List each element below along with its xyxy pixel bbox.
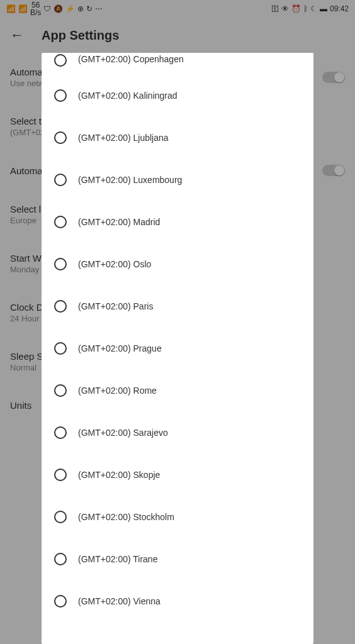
radio-icon bbox=[54, 511, 67, 523]
radio-icon bbox=[54, 54, 67, 67]
timezone-label: (GMT+02:00) Prague bbox=[78, 343, 162, 353]
radio-icon bbox=[54, 342, 67, 355]
radio-icon bbox=[54, 131, 67, 144]
timezone-label: (GMT+02:00) Luxembourg bbox=[78, 175, 182, 185]
timezone-label: (GMT+02:00) Skopje bbox=[78, 470, 160, 480]
timezone-option[interactable]: (GMT+02:00) Kaliningrad bbox=[42, 74, 313, 116]
radio-icon bbox=[54, 595, 67, 608]
timezone-label: (GMT+02:00) Tirane bbox=[78, 554, 157, 564]
timezone-label: (GMT+02:00) Oslo bbox=[78, 259, 151, 269]
timezone-option[interactable]: (GMT+02:00) Tirane bbox=[42, 538, 313, 580]
radio-icon bbox=[54, 384, 67, 397]
timezone-option[interactable]: (GMT+02:00) Madrid bbox=[42, 201, 313, 243]
timezone-label: (GMT+02:00) Paris bbox=[78, 301, 153, 311]
radio-icon bbox=[54, 174, 67, 186]
radio-icon bbox=[54, 469, 67, 481]
timezone-option[interactable]: (GMT+02:00) Vienna bbox=[42, 580, 313, 622]
radio-icon bbox=[54, 553, 67, 565]
timezone-option[interactable]: (GMT+02:00) Skopje bbox=[42, 453, 313, 496]
timezone-label: (GMT+02:00) Stockholm bbox=[78, 512, 174, 522]
timezone-label: (GMT+02:00) Madrid bbox=[78, 217, 160, 227]
timezone-label: (GMT+02:00) Vienna bbox=[78, 596, 161, 606]
timezone-option[interactable]: (GMT+02:00) Sarajevo bbox=[42, 411, 313, 453]
timezone-label: (GMT+02:00) Kaliningrad bbox=[78, 91, 178, 101]
timezone-option[interactable]: (GMT+02:00) Copenhagen bbox=[42, 53, 313, 74]
radio-icon bbox=[54, 426, 67, 439]
timezone-option[interactable]: (GMT+02:00) Oslo bbox=[42, 243, 313, 285]
timezone-label: (GMT+02:00) Copenhagen bbox=[78, 54, 184, 64]
radio-icon bbox=[54, 300, 67, 313]
timezone-label: (GMT+02:00) Sarajevo bbox=[78, 428, 168, 438]
timezone-option[interactable]: (GMT+02:00) Ljubljana bbox=[42, 116, 313, 158]
timezone-option[interactable]: (GMT+02:00) Prague bbox=[42, 327, 313, 369]
timezone-option[interactable]: (GMT+02:00) Stockholm bbox=[42, 496, 313, 538]
radio-icon bbox=[54, 89, 67, 102]
timezone-label: (GMT+02:00) Rome bbox=[78, 386, 157, 396]
timezone-label: (GMT+02:00) Ljubljana bbox=[78, 133, 169, 143]
radio-icon bbox=[54, 258, 67, 270]
timezone-option[interactable]: (GMT+02:00) Luxembourg bbox=[42, 158, 313, 201]
timezone-option[interactable]: (GMT+02:00) Paris bbox=[42, 285, 313, 327]
timezone-option[interactable]: (GMT+02:00) Rome bbox=[42, 369, 313, 411]
timezone-dialog: (GMT+02:00) Copenhagen (GMT+02:00) Kalin… bbox=[42, 53, 313, 644]
radio-icon bbox=[54, 216, 67, 228]
